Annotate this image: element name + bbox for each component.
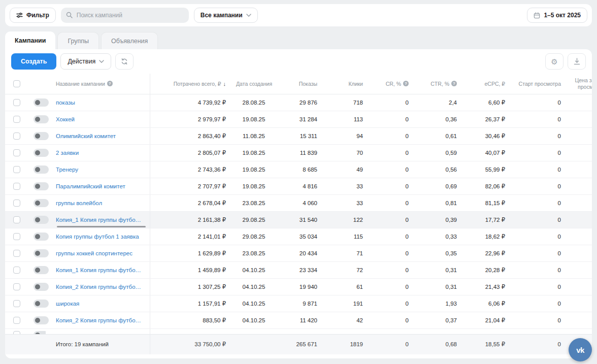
row-checkbox[interactable] bbox=[13, 317, 20, 324]
campaign-toggle[interactable] bbox=[34, 216, 49, 224]
checkbox-cell bbox=[5, 245, 28, 261]
campaign-name-link[interactable]: Копия группы футбол 1 заявка bbox=[56, 234, 145, 240]
horizontal-scrollbar-thumb[interactable] bbox=[57, 226, 146, 227]
create-button[interactable]: Создать bbox=[11, 53, 56, 70]
campaign-toggle[interactable] bbox=[34, 115, 49, 123]
tab-campaigns[interactable]: Кампании bbox=[5, 31, 55, 49]
spent-cell: 883,50 ₽ bbox=[150, 312, 231, 328]
row-checkbox[interactable] bbox=[13, 331, 20, 334]
top-toolbar: Фильтр Все кампании bbox=[5, 4, 592, 26]
cr-cell: 0 bbox=[368, 211, 414, 228]
column-header-shows[interactable]: Показы bbox=[277, 74, 322, 94]
row-checkbox[interactable] bbox=[13, 149, 20, 156]
row-checkbox[interactable] bbox=[13, 233, 20, 240]
cr-cell: 0 bbox=[368, 111, 414, 127]
shows-cell: 23 334 bbox=[277, 261, 322, 278]
campaign-name-link[interactable]: Копия_2 Копия группы футбол ... bbox=[56, 317, 145, 323]
tab-ads[interactable]: Объявления bbox=[101, 32, 158, 49]
shows-cell: 31 540 bbox=[277, 211, 322, 228]
column-header-price[interactable]: Цена за стапросмотра bbox=[566, 74, 592, 94]
row-checkbox[interactable] bbox=[13, 99, 20, 106]
date-cell: 04.10.25 bbox=[231, 278, 277, 295]
tab-groups[interactable]: Группы bbox=[57, 32, 99, 49]
start-cell: 0 bbox=[510, 178, 566, 194]
name-cell: Паралимпийский комитет bbox=[51, 178, 150, 194]
campaign-toggle[interactable] bbox=[34, 300, 49, 308]
ecpc-cell: 26,37 ₽ bbox=[462, 111, 510, 127]
vk-support-fab[interactable]: vk bbox=[569, 338, 592, 361]
row-checkbox[interactable] bbox=[13, 283, 20, 290]
campaign-name-link[interactable]: группы волейбол bbox=[56, 200, 145, 206]
ecpc-cell: 81,15 ₽ bbox=[462, 194, 510, 211]
campaign-name-link[interactable]: Копия_1 Копия группы футбол 1... bbox=[56, 267, 145, 273]
campaign-toggle[interactable] bbox=[34, 249, 49, 257]
select-all-checkbox[interactable] bbox=[13, 80, 20, 87]
spent-cell: 2 707,97 ₽ bbox=[150, 178, 231, 194]
row-checkbox[interactable] bbox=[13, 116, 20, 123]
totals-ecpc-cell: 18,55 ₽ bbox=[462, 334, 510, 354]
campaign-toggle[interactable] bbox=[34, 132, 49, 140]
column-header-clicks[interactable]: Клики bbox=[322, 74, 368, 94]
row-checkbox[interactable] bbox=[13, 200, 20, 207]
refresh-icon bbox=[121, 58, 128, 65]
campaign-name-link[interactable]: Паралимпийский комитет bbox=[56, 183, 145, 189]
column-header-start[interactable]: Старт просмотра bbox=[510, 74, 566, 94]
ecpc-cell: 22,96 ₽ bbox=[462, 245, 510, 261]
campaign-toggle[interactable] bbox=[34, 331, 46, 334]
campaign-toggle[interactable] bbox=[34, 266, 49, 274]
row-checkbox[interactable] bbox=[13, 250, 20, 257]
campaign-toggle[interactable] bbox=[34, 283, 49, 291]
campaign-toggle[interactable] bbox=[34, 199, 49, 207]
campaign-toggle[interactable] bbox=[34, 98, 49, 107]
checkbox-cell bbox=[5, 312, 28, 328]
refresh-button[interactable] bbox=[115, 53, 134, 70]
column-header-name[interactable]: Название кампании? bbox=[51, 74, 150, 94]
campaign-name-link[interactable]: показы bbox=[56, 100, 145, 106]
campaign-name-link[interactable]: Хоккей bbox=[56, 116, 145, 122]
price-cell: 0,00 bbox=[566, 111, 592, 127]
toggle-knob bbox=[35, 184, 40, 189]
row-checkbox[interactable] bbox=[13, 216, 20, 223]
column-header-label: Дата создания bbox=[236, 81, 272, 87]
campaigns-filter-dropdown[interactable]: Все кампании bbox=[194, 8, 258, 23]
date-range-button[interactable]: 1–5 окт 2025 bbox=[527, 8, 587, 23]
settings-button[interactable]: ⚙ bbox=[545, 53, 563, 70]
campaign-name-link[interactable]: Тренеру bbox=[56, 167, 145, 173]
search-input[interactable] bbox=[61, 8, 189, 23]
row-checkbox[interactable] bbox=[13, 133, 20, 140]
export-button[interactable] bbox=[568, 53, 586, 70]
campaign-toggle[interactable] bbox=[34, 182, 49, 190]
toggle-knob bbox=[35, 251, 40, 256]
column-header-ctr[interactable]: CTR, %? bbox=[414, 74, 462, 94]
ctr-cell: 1,93 bbox=[414, 295, 462, 312]
campaign-name-link[interactable]: Копия_1 Копия группы футбол 1... bbox=[56, 217, 145, 223]
campaign-name-link[interactable]: Копия_2 Копия группы футбол ... bbox=[56, 284, 145, 290]
row-checkbox[interactable] bbox=[13, 267, 20, 274]
row-checkbox[interactable] bbox=[13, 300, 20, 307]
campaign-toggle[interactable] bbox=[34, 316, 49, 324]
toggle-cell bbox=[28, 127, 51, 144]
spent-cell: 2 863,40 ₽ bbox=[150, 127, 231, 144]
actions-dropdown-button[interactable]: Действия bbox=[60, 53, 111, 70]
campaign-toggle[interactable] bbox=[34, 233, 49, 241]
toggle-cell bbox=[28, 211, 51, 228]
filter-button[interactable]: Фильтр bbox=[10, 8, 56, 23]
column-header-date[interactable]: Дата создания bbox=[231, 74, 277, 94]
empty-cell bbox=[414, 328, 462, 334]
checkbox-cell bbox=[5, 161, 28, 178]
column-header-spent[interactable]: Потрачено всего, ₽↓ bbox=[150, 74, 231, 94]
price-cell: 0,00 bbox=[566, 127, 592, 144]
spent-cell: 2 161,38 ₽ bbox=[150, 211, 231, 228]
campaign-toggle[interactable] bbox=[34, 149, 49, 157]
column-header-ecpc[interactable]: eCPC, ₽ bbox=[462, 74, 510, 94]
column-header-cr[interactable]: CR, %? bbox=[368, 74, 414, 94]
campaign-name-link[interactable]: широкая bbox=[56, 301, 145, 307]
campaign-name-link[interactable]: Олимпийский комитет bbox=[56, 133, 145, 139]
campaign-name-link[interactable]: группы хоккей спортинтерес bbox=[56, 250, 145, 256]
checkbox-cell bbox=[5, 261, 28, 278]
row-checkbox[interactable] bbox=[13, 183, 20, 190]
row-checkbox[interactable] bbox=[13, 166, 20, 173]
toggle-cell bbox=[28, 194, 51, 211]
campaign-toggle[interactable] bbox=[34, 166, 49, 174]
campaign-name-link[interactable]: 2 заявки bbox=[56, 150, 145, 156]
